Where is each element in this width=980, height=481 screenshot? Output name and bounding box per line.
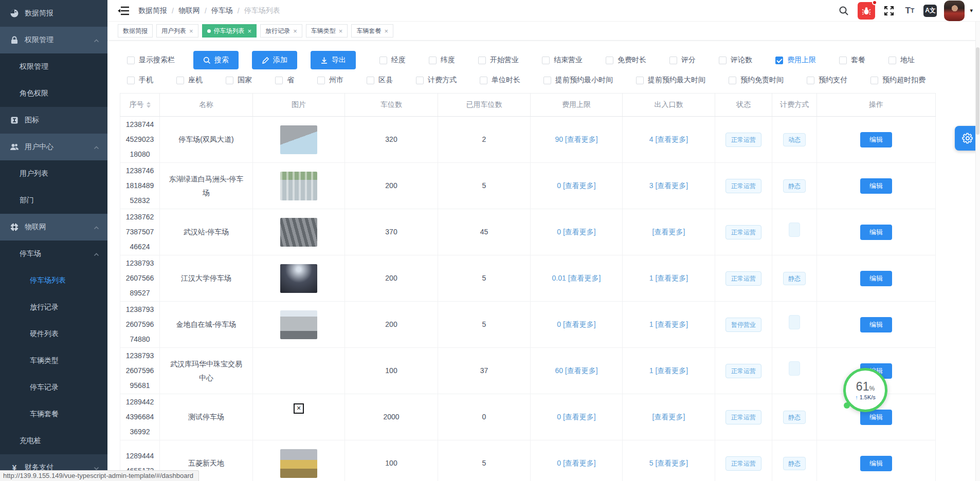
filter-checkbox[interactable]: 评分 — [669, 55, 696, 65]
collapse-sidebar-icon[interactable] — [118, 6, 129, 15]
sidebar-item[interactable]: 部门 — [0, 187, 107, 214]
checkbox-box[interactable] — [669, 57, 677, 64]
checkbox-box[interactable] — [478, 57, 486, 64]
parking-photo-thumbnail[interactable] — [280, 172, 317, 200]
checkbox-box[interactable] — [127, 77, 135, 84]
tab-view[interactable]: 车辆类型× — [306, 24, 348, 38]
view-more-link[interactable]: 1 [查看更多] — [649, 366, 688, 375]
filter-checkbox[interactable]: 计费方式 — [416, 76, 457, 85]
sidebar-item[interactable]: 用户中心 — [0, 134, 107, 160]
sidebar-item[interactable]: 用户列表 — [0, 160, 107, 187]
close-icon[interactable]: × — [189, 27, 193, 35]
checkbox-box[interactable] — [416, 77, 424, 84]
sidebar-item[interactable]: 停车记录 — [0, 374, 107, 401]
parking-photo-thumbnail[interactable] — [280, 264, 317, 293]
view-more-link[interactable]: 1 [查看更多] — [649, 320, 688, 328]
checkbox-box[interactable] — [543, 77, 551, 84]
checkbox-box[interactable] — [429, 57, 437, 64]
view-more-link[interactable]: 0.01 [查看更多] — [552, 274, 601, 282]
checkbox-box[interactable] — [127, 57, 135, 64]
filter-checkbox[interactable]: 国家 — [226, 76, 252, 85]
tab-view[interactable]: 用户列表× — [156, 24, 198, 38]
filter-checkbox[interactable]: 预约超时扣费 — [870, 76, 925, 85]
view-more-link[interactable]: 90 [查看更多] — [555, 135, 597, 143]
edit-button[interactable]: 编辑 — [860, 456, 892, 471]
checkbox-box[interactable] — [888, 57, 896, 64]
scrollbar-thumb[interactable] — [976, 47, 979, 135]
edit-button[interactable]: 编辑 — [860, 178, 892, 194]
fullscreen-icon[interactable] — [882, 4, 896, 17]
filter-checkbox[interactable]: 经度 — [379, 55, 406, 65]
view-more-link[interactable]: 0 [查看更多] — [557, 459, 595, 467]
view-more-link[interactable]: 1 [查看更多] — [649, 274, 688, 282]
checkbox-box[interactable] — [606, 57, 613, 64]
page-scrollbar[interactable] — [975, 22, 980, 481]
breadcrumb-item[interactable]: 物联网 — [178, 6, 200, 15]
view-more-link[interactable]: 3 [查看更多] — [649, 181, 688, 190]
filter-checkbox[interactable]: 预约支付 — [807, 76, 847, 85]
filter-checkbox[interactable]: 手机 — [127, 76, 153, 85]
filter-checkbox[interactable]: 座机 — [176, 76, 203, 85]
parking-photo-thumbnail[interactable] — [280, 449, 317, 478]
checkbox-box[interactable] — [176, 77, 184, 84]
filter-checkbox[interactable]: 地址 — [888, 55, 915, 65]
search-icon[interactable] — [837, 4, 850, 17]
filter-checkbox[interactable]: 结束营业 — [542, 55, 583, 65]
checkbox-box[interactable] — [317, 77, 325, 84]
sidebar-item[interactable]: 物联网 — [0, 214, 107, 240]
checkbox-box[interactable] — [275, 77, 283, 84]
view-more-link[interactable]: 4 [查看更多] — [649, 135, 688, 143]
edit-button[interactable]: 编辑 — [860, 225, 892, 240]
sidebar-item[interactable]: 车辆类型 — [0, 347, 107, 374]
tab-view[interactable]: 车辆套餐× — [351, 24, 393, 38]
close-icon[interactable]: × — [293, 27, 297, 35]
close-icon[interactable]: × — [339, 27, 343, 35]
sidebar-item[interactable]: 权限管理 — [0, 53, 107, 80]
sidebar-item[interactable]: 车辆套餐 — [0, 401, 107, 428]
sort-icon[interactable] — [147, 102, 151, 108]
add-button[interactable]: 添加 — [252, 51, 297, 69]
checkbox-box[interactable] — [839, 57, 847, 64]
filter-checkbox[interactable]: 开始营业 — [478, 55, 519, 65]
avatar[interactable] — [944, 1, 965, 21]
parking-photo-thumbnail[interactable] — [280, 310, 317, 339]
checkbox-box[interactable] — [636, 77, 644, 84]
checkbox-box[interactable] — [807, 77, 814, 84]
close-icon[interactable]: × — [384, 27, 388, 35]
edit-button[interactable]: 编辑 — [860, 132, 892, 147]
checkbox-box[interactable] — [729, 77, 736, 84]
view-more-link[interactable]: 5 [查看更多] — [649, 459, 688, 467]
checkbox-box[interactable] — [379, 57, 387, 64]
checkbox-box[interactable] — [719, 57, 727, 64]
filter-checkbox[interactable]: 提前预约最小时间 — [543, 76, 613, 85]
parking-photo-thumbnail[interactable] — [280, 125, 317, 154]
filter-checkbox[interactable]: 套餐 — [839, 55, 865, 65]
checkbox-box[interactable] — [480, 77, 487, 84]
sidebar-item[interactable]: 角色权限 — [0, 80, 107, 107]
view-more-link[interactable]: 0 [查看更多] — [557, 320, 595, 328]
parking-photo-thumbnail[interactable] — [280, 218, 317, 247]
error-log-bug-icon[interactable] — [858, 2, 875, 20]
translate-icon[interactable]: A文 — [923, 5, 937, 17]
filter-checkbox[interactable]: 预约免责时间 — [729, 76, 784, 85]
view-more-link[interactable]: 60 [查看更多] — [555, 366, 597, 375]
filter-checkbox[interactable]: 单位时长 — [480, 76, 520, 85]
chevron-down-icon[interactable]: ▾ — [970, 7, 973, 14]
breadcrumb-item[interactable]: 停车场 — [211, 6, 233, 15]
filter-checkbox[interactable]: 区县 — [367, 76, 393, 85]
sidebar-item[interactable]: 硬件列表 — [0, 321, 107, 347]
sidebar-item[interactable]: 停车场 — [0, 240, 107, 267]
checkbox-box[interactable] — [367, 77, 374, 84]
download-progress-widget[interactable]: 61% ↑ 1.5K/s — [843, 368, 887, 412]
filter-checkbox[interactable]: 省 — [275, 76, 294, 85]
search-button[interactable]: 搜索 — [193, 51, 239, 69]
checkbox-box[interactable] — [542, 57, 550, 64]
filter-checkbox[interactable]: 免费时长 — [606, 55, 646, 65]
filter-checkbox[interactable]: 费用上限 — [775, 55, 816, 65]
sidebar-item[interactable]: 图标 — [0, 107, 107, 134]
filter-checkbox[interactable]: 评论数 — [719, 55, 752, 65]
export-button[interactable]: 导出 — [311, 51, 356, 69]
checkbox-box[interactable] — [870, 77, 878, 84]
sidebar-item[interactable]: 停车场列表 — [0, 267, 107, 294]
close-icon[interactable]: × — [248, 27, 252, 35]
